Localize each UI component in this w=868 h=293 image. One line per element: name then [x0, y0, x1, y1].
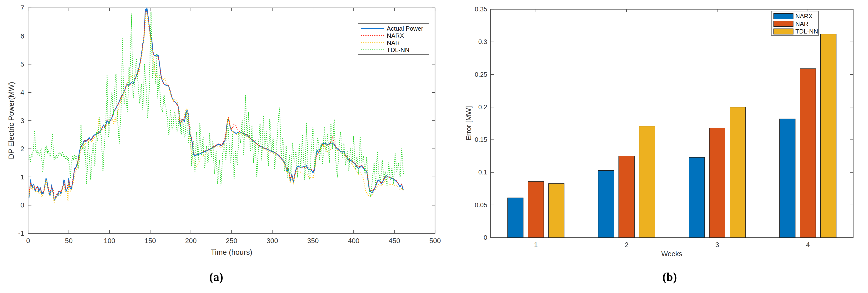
bar-nar-week-2: [619, 156, 634, 237]
charts-canvas: 050100150200250300350400450500-101234567…: [0, 0, 868, 293]
figure: 050100150200250300350400450500-101234567…: [0, 0, 868, 293]
bar-tdl-nn-week-4: [820, 34, 836, 237]
bar-nar-week-1: [528, 182, 544, 237]
legend-item-tdl-nn: TDL-NN: [358, 46, 429, 53]
bar-chart-x-axis-label: Weeks: [661, 250, 682, 258]
y-tick-label: 0.2: [478, 104, 487, 111]
legend-label: NARX: [795, 13, 812, 19]
bar-tdl-nn-week-1: [549, 183, 564, 237]
x-tick-label: 150: [145, 237, 156, 245]
y-tick-label: 0.35: [474, 6, 487, 13]
bar-chart-legend: NARX NAR TDL-NN: [771, 11, 819, 36]
y-tick-label: 1: [21, 173, 24, 181]
legend-item-tdl-nn: TDL-NN: [772, 28, 818, 35]
y-tick-label: 0.1: [478, 169, 487, 176]
legend-label: TDL-NN: [387, 47, 409, 53]
legend-label: NAR: [795, 21, 808, 27]
legend-label: Actual Power: [387, 26, 423, 32]
y-tick-label: 0: [484, 234, 487, 241]
legend-line-sample-icon: [361, 42, 384, 43]
line-chart-x-axis-label: Time (hours): [211, 248, 252, 257]
line-chart-legend: Actual Power NARX NAR TDL-NN: [358, 23, 429, 54]
bar-narx-week-1: [507, 198, 523, 238]
subfigure-caption-a: (a): [209, 270, 223, 284]
bar-tdl-nn-week-3: [730, 107, 746, 237]
x-tick-label: 100: [104, 237, 115, 245]
legend-label: NAR: [387, 40, 400, 46]
subfigure-caption-b: (b): [662, 270, 677, 284]
x-tick-label: 2: [625, 241, 628, 249]
legend-line-sample-icon: [361, 35, 384, 36]
legend-item-narx: NARX: [772, 12, 818, 20]
x-tick-label: 300: [267, 237, 278, 245]
x-tick-label: 350: [307, 237, 319, 245]
y-tick-label: 2: [21, 145, 24, 153]
x-tick-label: 200: [185, 237, 196, 245]
bar-tdl-nn-week-2: [639, 126, 655, 238]
legend-color-swatch-icon: [773, 29, 794, 34]
y-tick-label: 0.15: [474, 136, 487, 143]
y-tick-label: 7: [21, 4, 24, 12]
legend-item-actual-power: Actual Power: [358, 25, 429, 32]
x-tick-label: 400: [348, 237, 359, 245]
legend-item-nar: NAR: [358, 39, 429, 46]
y-tick-label: 5: [21, 60, 24, 68]
bar-chart-plot: 00.050.10.150.20.250.30.351234: [474, 6, 853, 249]
y-tick-label: 0.05: [474, 202, 487, 209]
legend-item-nar: NAR: [772, 20, 818, 28]
y-tick-label: 4: [21, 88, 24, 96]
x-tick-label: 4: [806, 241, 810, 249]
plot-border: [491, 9, 853, 237]
legend-label: TDL-NN: [795, 28, 818, 34]
x-tick-label: 450: [389, 237, 400, 245]
y-tick-label: 0: [21, 201, 24, 209]
legend-label: NARX: [387, 33, 404, 39]
bar-narx-week-2: [598, 170, 614, 237]
y-tick-label: -1: [18, 229, 24, 237]
legend-line-sample-icon: [361, 49, 384, 50]
y-tick-label: 3: [21, 117, 24, 124]
x-tick-label: 1: [534, 241, 538, 249]
bar-nar-week-4: [800, 69, 816, 237]
x-tick-label: 250: [226, 237, 237, 245]
x-tick-label: 500: [429, 237, 441, 245]
bar-chart-y-axis-label: Error [MW]: [465, 106, 473, 141]
bar-nar-week-3: [709, 128, 725, 237]
legend-color-swatch-icon: [773, 13, 794, 19]
line-chart-y-axis-label: DP Electric Power(MW): [7, 82, 16, 159]
legend-line-sample-icon: [361, 28, 384, 29]
x-tick-label: 0: [26, 237, 30, 245]
legend-item-narx: NARX: [358, 32, 429, 39]
y-tick-label: 6: [21, 32, 24, 40]
bar-narx-week-4: [780, 119, 795, 237]
y-tick-label: 0.3: [478, 38, 487, 45]
y-tick-label: 0.25: [474, 71, 487, 78]
x-tick-label: 50: [65, 237, 73, 245]
legend-color-swatch-icon: [773, 21, 794, 27]
bar-narx-week-3: [689, 157, 705, 237]
x-tick-label: 3: [715, 241, 719, 249]
